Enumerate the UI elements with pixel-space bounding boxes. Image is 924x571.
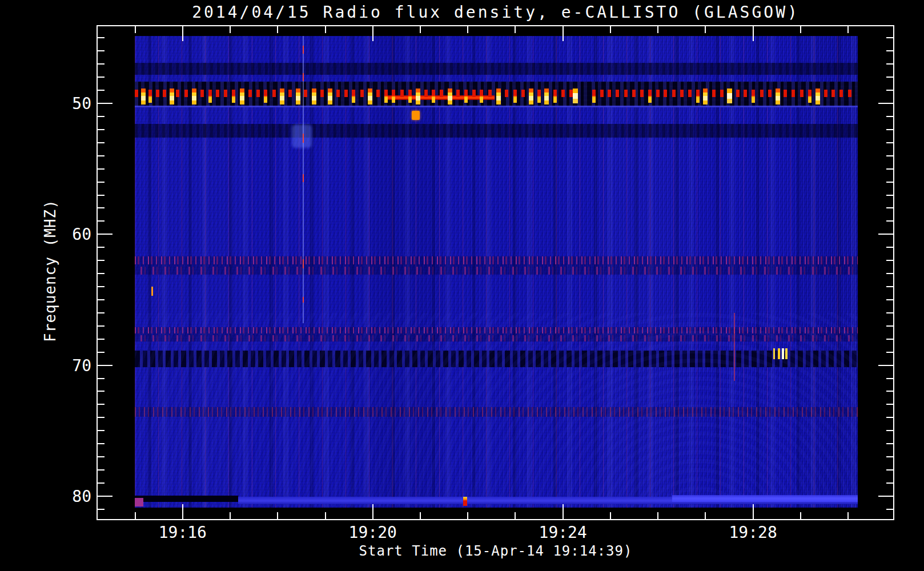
y-minor-tick (97, 273, 105, 274)
feature-orange_blob (412, 111, 420, 120)
y-minor-tick (97, 195, 105, 196)
rfi-pulse (592, 90, 596, 104)
feature-vline_red (734, 313, 735, 381)
vline-red-dash (303, 174, 304, 182)
rfi-pulse (464, 90, 468, 104)
feature-red_dot (463, 497, 467, 506)
y-minor-tick (97, 378, 105, 379)
spectrogram-page: 2014/04/15 Radio flux density, e-CALLIST… (0, 0, 924, 571)
y-minor-tick (886, 391, 894, 392)
rfi-pulse (815, 89, 820, 104)
rfi-pulse (696, 90, 700, 104)
y-major-tick (878, 103, 894, 104)
band-shade_dark (135, 63, 858, 75)
x-minor-tick (657, 512, 658, 520)
rfi-pulse (648, 90, 652, 104)
y-minor-tick (886, 430, 894, 431)
y-minor-tick (886, 260, 894, 261)
y-tick-label: 70 (40, 356, 91, 375)
y-minor-tick (97, 469, 105, 471)
rfi-pulse (544, 89, 549, 104)
y-major-tick (97, 365, 113, 366)
y-minor-tick (886, 207, 894, 208)
rfi-pulse (839, 90, 843, 97)
x-major-tick (563, 504, 564, 520)
y-minor-tick (97, 339, 105, 340)
rfi-pulse (312, 89, 316, 104)
rfi-pulse (184, 90, 188, 97)
rfi-pulse (727, 89, 732, 103)
x-axis-title: Start Time (15-Apr-14 19:14:39) (359, 543, 633, 559)
rfi-pulse (703, 89, 708, 104)
y-minor-tick (97, 182, 105, 183)
vline-red-dash (303, 297, 304, 302)
feature-magenta_blob (135, 498, 143, 506)
rfi-pulse (521, 90, 525, 97)
y-minor-tick (886, 312, 894, 313)
feature-black_band (135, 496, 238, 502)
y-minor-tick (886, 325, 894, 327)
rfi-pulse (148, 90, 152, 104)
y-major-tick (97, 103, 113, 104)
y-minor-tick (886, 417, 894, 418)
y-minor-tick (97, 207, 105, 208)
rfi-pulse (328, 89, 332, 104)
rfi-pulse (448, 89, 452, 104)
y-minor-tick (97, 430, 105, 431)
feature-light_band_bright (672, 495, 858, 502)
rfi-pulse (760, 90, 764, 97)
background-moire-texture (135, 313, 858, 506)
x-major-tick (753, 26, 754, 41)
rfi-pulse (336, 90, 340, 97)
y-minor-tick (97, 352, 105, 353)
y-minor-tick (886, 220, 894, 222)
x-minor-tick (277, 512, 278, 520)
rfi-pulse (256, 90, 260, 97)
y-minor-tick (886, 155, 894, 156)
rfi-pulse (800, 90, 804, 97)
y-major-tick (878, 496, 894, 497)
y-minor-tick (886, 509, 894, 510)
x-minor-tick (325, 26, 326, 33)
y-minor-tick (886, 482, 894, 484)
rfi-pulse (216, 90, 219, 97)
y-minor-tick (97, 37, 105, 38)
y-tick-label: 80 (40, 487, 91, 506)
rfi-pulse (432, 90, 435, 104)
rfi-pulse (831, 90, 835, 97)
vline-red-dash (303, 134, 304, 143)
rfi-pulse (688, 90, 692, 97)
y-minor-tick (886, 195, 894, 196)
x-major-tick (182, 26, 183, 41)
y-minor-tick (886, 77, 894, 78)
feature-orange_tick (151, 287, 153, 296)
y-minor-tick (97, 404, 105, 405)
rfi-pulse (264, 90, 267, 104)
rfi-pulse (496, 89, 501, 104)
y-minor-tick (97, 260, 105, 261)
band-speckle2 (135, 256, 858, 275)
vline-red-dash (303, 46, 304, 54)
rfi-pulse (600, 90, 604, 97)
x-tick-label: 19:24 (539, 523, 587, 542)
y-minor-tick (886, 129, 894, 130)
feature-vline_blue (303, 36, 304, 323)
x-minor-tick (135, 26, 136, 33)
rfi-pulse (192, 89, 196, 104)
spectrogram-data-area (135, 36, 858, 508)
y-major-tick (878, 234, 894, 235)
y-minor-tick (886, 339, 894, 340)
rfi-pulse (156, 90, 159, 97)
y-minor-tick (97, 220, 105, 222)
rfi-pulse (352, 90, 355, 104)
vline-red-dash (303, 259, 304, 268)
rfi-pulse (344, 90, 348, 97)
rfi-pulse (616, 90, 619, 97)
y-minor-tick (97, 391, 105, 392)
rfi-pulse (712, 90, 716, 97)
x-minor-tick (515, 512, 516, 520)
y-minor-tick (886, 182, 894, 183)
rfi-pulse (400, 90, 404, 97)
y-minor-tick (886, 116, 894, 117)
rfi-pulse (141, 89, 146, 104)
